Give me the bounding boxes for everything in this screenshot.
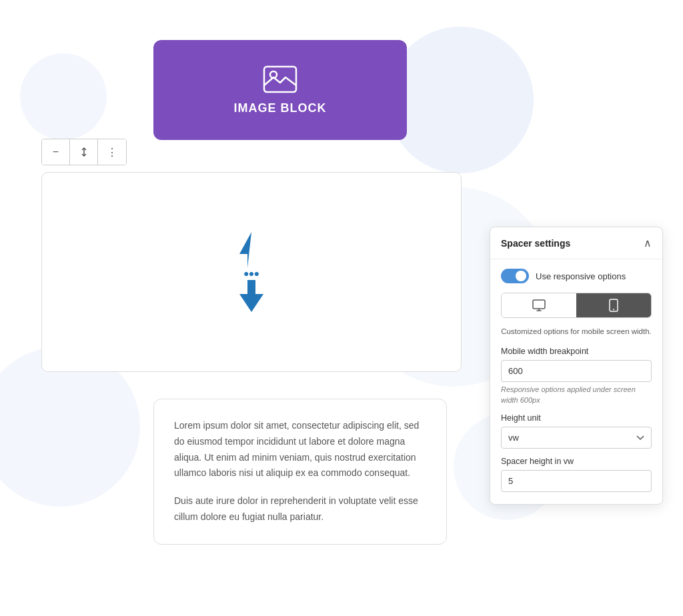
responsive-toggle[interactable] — [501, 269, 529, 283]
spacer-height-label: Spacer height in vw — [501, 457, 652, 466]
text-para-2: Duis aute irure dolor in reprehenderit i… — [174, 493, 426, 525]
settings-panel: Spacer settings ∧ Use responsive options — [490, 227, 663, 505]
breakpoint-label: Mobile width breakpoint — [501, 347, 652, 356]
spacer-arrows — [225, 232, 278, 312]
text-block: Lorem ipsum dolor sit amet, consectetur … — [153, 399, 447, 545]
svg-point-4 — [249, 272, 253, 276]
svg-rect-0 — [264, 67, 296, 92]
desktop-tab[interactable] — [502, 293, 576, 317]
minus-button[interactable]: − — [42, 139, 70, 165]
more-button[interactable]: ⋮ — [98, 139, 126, 165]
spacer-block — [41, 172, 462, 372]
image-block: IMAGE BLOCK — [153, 40, 407, 140]
svg-point-3 — [244, 272, 248, 276]
toggle-slider — [501, 269, 529, 283]
minus-icon: − — [53, 146, 59, 158]
svg-point-5 — [255, 272, 259, 276]
desktop-icon — [532, 299, 546, 311]
block-toolbar: − ⋮ — [41, 139, 127, 165]
canvas-area: IMAGE BLOCK − ⋮ — [0, 0, 683, 616]
text-para-1: Lorem ipsum dolor sit amet, consectetur … — [174, 418, 426, 481]
mobile-icon — [609, 299, 618, 312]
settings-header: Spacer settings ∧ — [490, 227, 662, 259]
height-unit-label: Height unit — [501, 413, 652, 423]
breakpoint-hint: Responsive options applied under screen … — [501, 385, 652, 405]
svg-rect-7 — [533, 300, 545, 309]
image-icon — [263, 65, 297, 93]
more-icon: ⋮ — [107, 146, 117, 159]
spacer-up-arrow — [225, 232, 278, 312]
image-block-label: IMAGE BLOCK — [234, 101, 327, 115]
mobile-tab[interactable] — [576, 293, 651, 317]
settings-body: Use responsive options Cu — [490, 259, 662, 504]
collapse-button[interactable]: ∧ — [644, 237, 652, 249]
svg-marker-6 — [239, 280, 263, 312]
height-unit-select[interactable]: px vw vh % — [501, 427, 652, 449]
arrows-icon — [78, 146, 90, 158]
bg-circle-5 — [20, 53, 107, 140]
spacer-height-input[interactable] — [501, 470, 652, 492]
chevron-up-icon: ∧ — [644, 237, 652, 249]
device-tabs — [501, 293, 652, 318]
settings-title: Spacer settings — [501, 238, 570, 249]
move-button[interactable] — [70, 139, 98, 165]
svg-point-9 — [613, 309, 614, 310]
breakpoint-input[interactable] — [501, 360, 652, 382]
svg-marker-2 — [239, 232, 251, 268]
tab-hint: Customized options for mobile screen wid… — [501, 326, 652, 337]
toggle-label: Use responsive options — [536, 271, 626, 281]
toggle-row: Use responsive options — [501, 269, 652, 283]
bg-circle-1 — [387, 27, 534, 173]
